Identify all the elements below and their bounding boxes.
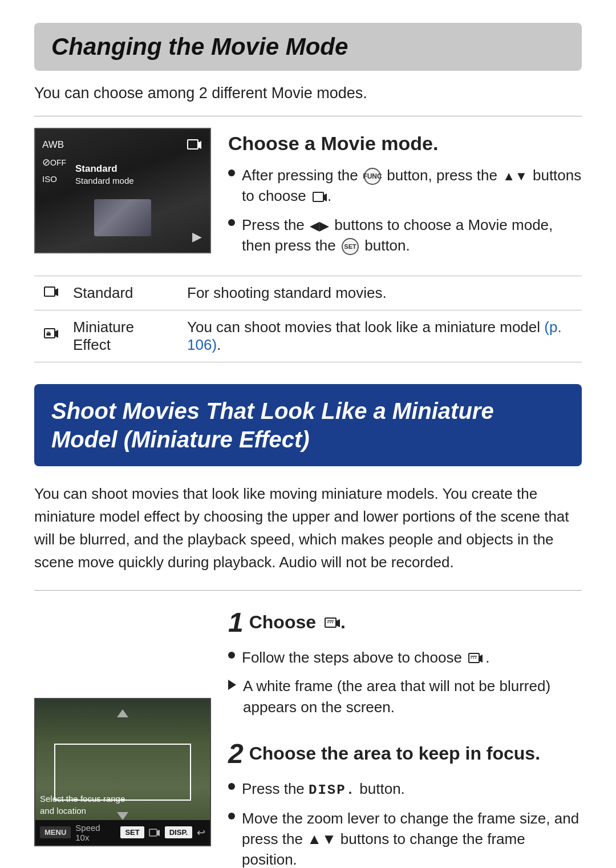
miniature-name-cell: Miniature Effect — [64, 310, 178, 362]
svg-text:🏔: 🏔 — [46, 332, 51, 337]
step2-b1-text: Press the DISP. button. — [242, 778, 405, 800]
camera-labels: AWB ⊘OFF ISO — [42, 137, 66, 186]
camera-screen2: Select the focus range and location MENU… — [34, 698, 211, 846]
cam-set-icon — [149, 823, 160, 841]
steps-area: Select the focus range and location MENU… — [34, 607, 582, 868]
section2-intro: You can shoot movies that look like movi… — [34, 482, 582, 574]
step1-title: Choose . — [249, 612, 346, 633]
svg-rect-0 — [188, 140, 198, 149]
left-right-arrow: ◀▶ — [310, 217, 329, 235]
camera-mode-text: Standard — [75, 163, 117, 175]
standard-icon-cell — [34, 276, 64, 310]
bullet1-text: After pressing the FUNC button, press th… — [242, 165, 582, 207]
focus-frame — [54, 744, 191, 801]
caption-line1: Select the focus range — [40, 793, 125, 805]
camera-preview-col: AWB ⊘OFF ISO Standard Standard mode ▶ — [34, 128, 211, 264]
section1-content: AWB ⊘OFF ISO Standard Standard mode ▶ — [34, 128, 582, 264]
speed-label: Speed 10x — [75, 823, 111, 842]
miniature-icon-cell: 🏔 — [34, 310, 64, 362]
camera-scene — [94, 199, 151, 236]
step2-b2-text: Move the zoom lever to change the frame … — [242, 808, 582, 868]
svg-rect-4 — [44, 287, 55, 296]
table-row-miniature: 🏔 Miniature Effect You can shoot movies … — [34, 310, 582, 362]
svg-marker-12 — [336, 619, 340, 627]
step1-arrow — [228, 680, 236, 690]
svg-rect-2 — [313, 192, 323, 201]
step2-title-line: 2 Choose the area to keep in focus. — [228, 738, 582, 769]
func-button-icon: FUNC — [364, 168, 381, 185]
set-button-icon: SET — [342, 238, 359, 255]
bullet-item-1: After pressing the FUNC button, press th… — [228, 165, 582, 207]
step2-dot2 — [228, 813, 235, 819]
choose-mode-col: Choose a Movie mode. After pressing the … — [228, 128, 582, 264]
disp-btn-cam: DISP. — [165, 826, 192, 838]
divider1 — [34, 116, 582, 116]
step1-number: 1 — [228, 607, 244, 638]
step1-b1-text: Follow the steps above to choose . — [242, 647, 489, 668]
step1-title-line: 1 Choose . — [228, 607, 582, 638]
standard-desc-cell: For shooting standard movies. — [178, 276, 582, 310]
menu-btn-cam: MENU — [40, 826, 71, 838]
bullet-dot-1 — [228, 169, 235, 176]
step2-bullet1: Press the DISP. button. — [228, 778, 582, 800]
section1-intro: You can choose among 2 different Movie m… — [34, 84, 582, 102]
step2-bullets: Press the DISP. button. Move the zoom le… — [228, 778, 582, 868]
bullet-item-2: Press the ◀▶ buttons to choose a Movie m… — [228, 215, 582, 256]
miniature-desc-cell: You can shoot movies that look like a mi… — [178, 310, 582, 362]
steps-right-col: 1 Choose . Follow the steps above to cho… — [228, 607, 582, 868]
step1-bullet1: Follow the steps above to choose . — [228, 647, 582, 668]
camera2-caption: Select the focus range and location — [40, 793, 125, 817]
choose-heading: Choose a Movie mode. — [228, 132, 582, 155]
step2-bullet2: Move the zoom lever to change the frame … — [228, 808, 582, 868]
standard-movie-icon — [313, 192, 327, 203]
camera-screen-inner: AWB ⊘OFF ISO Standard Standard mode ▶ — [35, 129, 210, 252]
step2-number: 2 — [228, 738, 244, 769]
camera2-bottom-bar: MENU Speed 10x SET DISP. ↩ — [35, 820, 210, 845]
table-row-standard: Standard For shooting standard movies. — [34, 276, 582, 310]
camera-screen: AWB ⊘OFF ISO Standard Standard mode ▶ — [34, 128, 211, 253]
bullet-list-1: After pressing the FUNC button, press th… — [228, 165, 582, 256]
camera-label-off: ⊘OFF — [42, 155, 66, 170]
camera-mode-sub: Standard mode — [75, 176, 134, 185]
bullet2-text: Press the ◀▶ buttons to choose a Movie m… — [242, 215, 582, 256]
step2-block: 2 Choose the area to keep in focus. Pres… — [228, 738, 582, 868]
up-down-arrow: ▲▼ — [502, 168, 528, 185]
step1-bullet2: A white frame (the area that will not be… — [228, 676, 582, 717]
step1-dot1 — [228, 652, 235, 659]
steps-left-col: Select the focus range and location MENU… — [34, 607, 211, 868]
step2-dot1 — [228, 783, 235, 790]
camera-movie-indicator: ▶ — [192, 229, 202, 244]
mode-table: Standard For shooting standard movies. 🏔… — [34, 276, 582, 362]
section2-header: Shoot Movies That Look Like a Miniature … — [34, 384, 582, 466]
step2-title: Choose the area to keep in focus. — [249, 743, 540, 764]
standard-name-cell: Standard — [64, 276, 178, 310]
miniature-mode-icon — [325, 617, 341, 629]
svg-rect-9 — [149, 829, 157, 836]
divider2 — [34, 590, 582, 591]
section2-title: Shoot Movies That Look Like a Miniature … — [51, 397, 565, 454]
step1-b2-text: A white frame (the area that will not be… — [243, 676, 582, 717]
section1-header: Changing the Movie Mode — [34, 23, 582, 71]
set-btn-cam: SET — [120, 826, 144, 838]
disp-label: DISP. — [309, 782, 355, 798]
bullet-dot-2 — [228, 219, 235, 226]
step1-bullets: Follow the steps above to choose . A whi… — [228, 647, 582, 717]
camera-standard-icon — [187, 137, 202, 155]
camera-label-iso: ISO — [42, 172, 66, 186]
section1-title: Changing the Movie Mode — [51, 33, 565, 60]
caption-line2: and location — [40, 805, 125, 817]
step1-block: 1 Choose . Follow the steps above to cho… — [228, 607, 582, 717]
camera-label-awb: AWB — [42, 137, 66, 152]
focus-arrow-up — [117, 709, 128, 717]
step1-mini-icon — [468, 653, 483, 664]
back-arrow-cam: ↩ — [197, 826, 205, 839]
